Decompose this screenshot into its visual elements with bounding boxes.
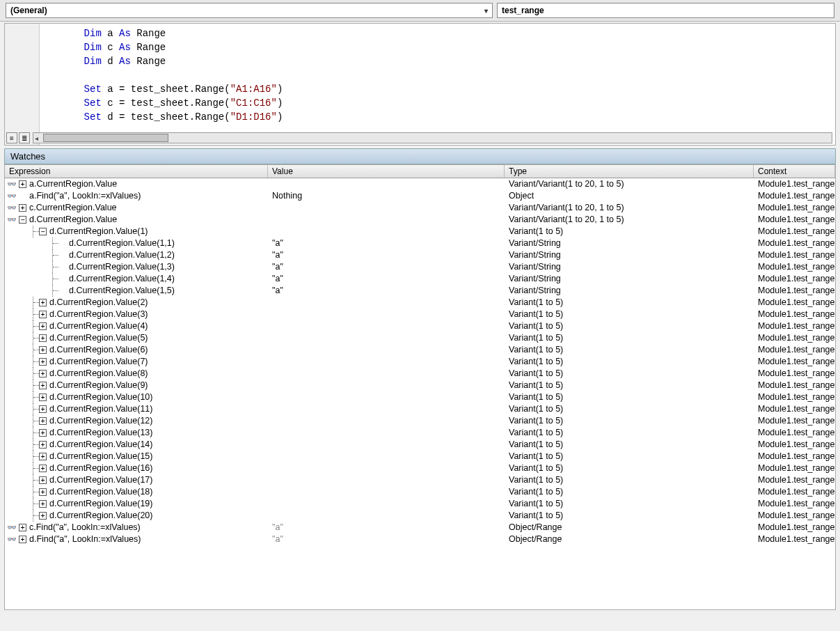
watch-row[interactable]: +d.CurrentRegion.Value(5)Variant(1 to 5)… (5, 332, 835, 344)
watches-grid[interactable]: Expression Value Type Context 👓+a.Curren… (4, 164, 836, 610)
object-dropdown[interactable]: (General) ▾ (6, 3, 493, 18)
watch-expression: d.CurrentRegion.Value (29, 214, 117, 226)
watch-expression: a.Find("a", LookIn:=xlValues) (29, 190, 141, 202)
watch-row[interactable]: 👓+c.CurrentRegion.ValueVariant/Variant(1… (5, 202, 835, 214)
code-body[interactable]: Dim a As Range Dim c As Range Dim d As R… (40, 24, 835, 145)
header-type[interactable]: Type (505, 165, 754, 178)
watch-row[interactable]: 👓+d.Find("a", LookIn:=xlValues)"a"Object… (5, 533, 835, 545)
expand-icon[interactable]: + (39, 417, 47, 425)
watch-context: Module1.test_range (754, 332, 835, 344)
watch-expression: d.CurrentRegion.Value(1,5) (69, 285, 175, 297)
header-context[interactable]: Context (754, 165, 835, 178)
object-dropdown-label: (General) (10, 6, 47, 15)
watch-row[interactable]: d.CurrentRegion.Value(1,5)"a"Variant/Str… (5, 285, 835, 297)
watch-context: Module1.test_range (754, 415, 835, 427)
watch-expression: d.CurrentRegion.Value(1,2) (69, 249, 175, 261)
watch-row[interactable]: +d.CurrentRegion.Value(9)Variant(1 to 5)… (5, 380, 835, 391)
watch-expression: a.CurrentRegion.Value (29, 178, 117, 190)
watch-row[interactable]: +d.CurrentRegion.Value(11)Variant(1 to 5… (5, 403, 835, 415)
scroll-left-icon[interactable]: ◂ (35, 134, 38, 142)
watch-context: Module1.test_range (754, 178, 835, 190)
watch-row[interactable]: +d.CurrentRegion.Value(8)Variant(1 to 5)… (5, 368, 835, 380)
procedure-dropdown[interactable]: test_range (497, 3, 834, 18)
expand-icon[interactable]: + (39, 453, 47, 460)
header-expression[interactable]: Expression (5, 165, 268, 178)
expand-icon[interactable]: + (39, 382, 47, 389)
scrollbar-thumb[interactable] (43, 134, 168, 142)
watch-context: Module1.test_range (754, 190, 835, 202)
watch-row[interactable]: +d.CurrentRegion.Value(10)Variant(1 to 5… (5, 391, 835, 403)
watch-type: Variant(1 to 5) (505, 510, 754, 522)
watch-context: Module1.test_range (754, 261, 835, 273)
watch-context: Module1.test_range (754, 237, 835, 249)
collapse-icon[interactable]: − (19, 216, 26, 224)
tree-indent (19, 237, 58, 249)
expand-icon[interactable]: + (39, 370, 47, 377)
expand-icon[interactable]: + (39, 358, 47, 366)
watch-row[interactable]: +d.CurrentRegion.Value(20)Variant(1 to 5… (5, 510, 835, 522)
expand-icon[interactable]: + (39, 441, 47, 449)
expand-icon[interactable]: + (19, 180, 26, 188)
watch-value (268, 486, 505, 498)
watch-row[interactable]: 👓a.Find("a", LookIn:=xlValues)NothingObj… (5, 190, 835, 202)
expand-icon[interactable]: + (39, 394, 47, 401)
watch-row[interactable]: +d.CurrentRegion.Value(18)Variant(1 to 5… (5, 486, 835, 498)
code-editor[interactable]: Dim a As Range Dim c As Range Dim d As R… (4, 23, 836, 146)
expand-icon[interactable]: + (39, 311, 47, 318)
watch-row[interactable]: d.CurrentRegion.Value(1,3)"a"Variant/Str… (5, 261, 835, 273)
tree-indent (19, 261, 58, 273)
expand-icon[interactable]: + (19, 536, 26, 543)
expand-icon[interactable]: + (39, 465, 47, 472)
watch-value: "a" (268, 237, 505, 249)
expand-icon[interactable]: + (39, 429, 47, 437)
watch-row[interactable]: +d.CurrentRegion.Value(2)Variant(1 to 5)… (5, 297, 835, 309)
watches-header-row: Expression Value Type Context (5, 165, 835, 178)
expand-icon[interactable]: + (39, 500, 47, 508)
watch-row[interactable]: +d.CurrentRegion.Value(16)Variant(1 to 5… (5, 462, 835, 474)
watch-row[interactable]: 👓−d.CurrentRegion.ValueVariant/Variant(1… (5, 214, 835, 226)
watch-row[interactable]: 👓+c.Find("a", LookIn:=xlValues)"a"Object… (5, 522, 835, 533)
watch-expression: d.CurrentRegion.Value(1,1) (69, 237, 175, 249)
watch-row[interactable]: +d.CurrentRegion.Value(3)Variant(1 to 5)… (5, 309, 835, 320)
expand-icon[interactable]: + (39, 334, 47, 342)
watch-expression: d.CurrentRegion.Value(15) (49, 451, 152, 462)
watch-row[interactable]: −d.CurrentRegion.Value(1)Variant(1 to 5)… (5, 226, 835, 237)
tree-indent (19, 451, 39, 462)
watch-glasses-icon: 👓 (5, 190, 19, 202)
watch-row[interactable]: d.CurrentRegion.Value(1,1)"a"Variant/Str… (5, 237, 835, 249)
watch-row[interactable]: 👓+a.CurrentRegion.ValueVariant/Variant(1… (5, 178, 835, 190)
watch-row[interactable]: +d.CurrentRegion.Value(12)Variant(1 to 5… (5, 415, 835, 427)
watch-row[interactable]: +d.CurrentRegion.Value(6)Variant(1 to 5)… (5, 344, 835, 356)
expand-icon[interactable]: + (39, 405, 47, 413)
expand-icon[interactable]: + (39, 346, 47, 354)
full-module-view-button[interactable]: ≣ (19, 132, 30, 143)
watch-expression: d.CurrentRegion.Value(11) (49, 403, 152, 415)
expand-icon[interactable]: + (19, 524, 26, 531)
watch-context: Module1.test_range (754, 309, 835, 320)
procedure-view-button[interactable]: ≡ (6, 132, 17, 143)
horizontal-scrollbar[interactable]: ◂ (33, 132, 832, 143)
watch-row[interactable]: d.CurrentRegion.Value(1,2)"a"Variant/Str… (5, 249, 835, 261)
expand-icon[interactable]: + (39, 512, 47, 520)
expand-icon[interactable]: + (39, 299, 47, 306)
watch-row[interactable]: +d.CurrentRegion.Value(15)Variant(1 to 5… (5, 451, 835, 462)
watch-row[interactable]: +d.CurrentRegion.Value(14)Variant(1 to 5… (5, 439, 835, 451)
watch-expression: d.CurrentRegion.Value(16) (49, 462, 152, 474)
watch-row[interactable]: +d.CurrentRegion.Value(19)Variant(1 to 5… (5, 498, 835, 510)
watch-row[interactable]: d.CurrentRegion.Value(1,4)"a"Variant/Str… (5, 273, 835, 285)
watch-value (268, 297, 505, 309)
header-value[interactable]: Value (268, 165, 505, 178)
watch-type: Variant(1 to 5) (505, 297, 754, 309)
expand-icon[interactable]: + (39, 476, 47, 484)
watch-context: Module1.test_range (754, 202, 835, 214)
watch-row[interactable]: +d.CurrentRegion.Value(17)Variant(1 to 5… (5, 474, 835, 486)
watch-row[interactable]: +d.CurrentRegion.Value(7)Variant(1 to 5)… (5, 356, 835, 368)
expand-icon[interactable]: + (39, 488, 47, 496)
watch-row[interactable]: +d.CurrentRegion.Value(13)Variant(1 to 5… (5, 427, 835, 439)
expand-icon[interactable]: + (39, 322, 47, 330)
watch-expression: d.CurrentRegion.Value(7) (49, 356, 148, 368)
watch-value (268, 332, 505, 344)
expand-icon[interactable]: + (19, 204, 26, 212)
watch-row[interactable]: +d.CurrentRegion.Value(4)Variant(1 to 5)… (5, 320, 835, 332)
collapse-icon[interactable]: − (39, 228, 47, 235)
